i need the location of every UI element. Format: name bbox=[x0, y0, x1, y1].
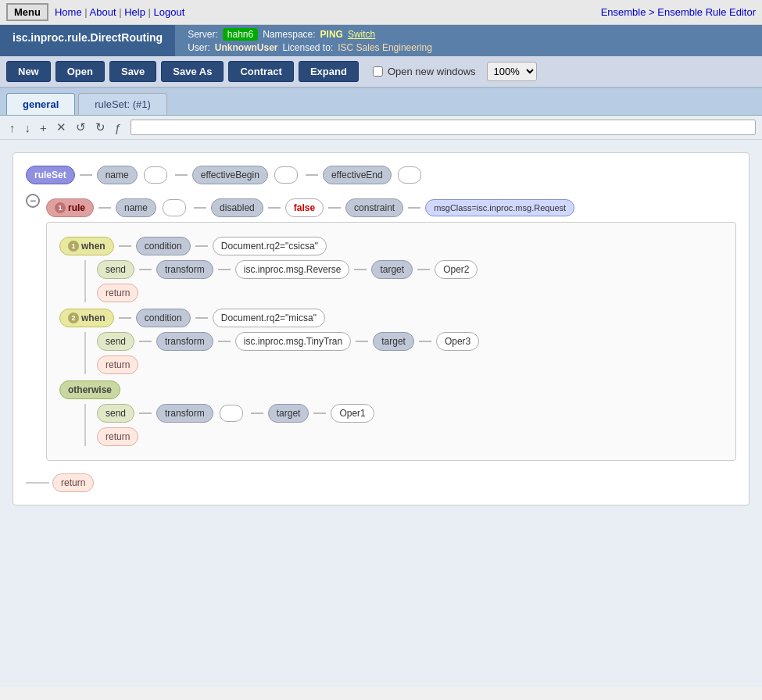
when1-condition-value[interactable]: Document.rq2="csicsa" bbox=[213, 237, 327, 255]
when1-label: when bbox=[81, 241, 106, 252]
rule-name-label[interactable]: name bbox=[116, 198, 156, 217]
otherwise-block: otherwise send transform target bbox=[59, 380, 723, 446]
rule-name-value[interactable] bbox=[163, 199, 186, 216]
when1-target-label[interactable]: target bbox=[371, 260, 413, 279]
when1-return-row: return bbox=[97, 284, 723, 302]
open-button[interactable]: Open bbox=[55, 61, 105, 82]
open-new-windows-label: Open new windows bbox=[388, 66, 476, 77]
otherwise-target-value[interactable]: Oper1 bbox=[331, 404, 374, 423]
licensed-label: Licensed to: bbox=[283, 42, 334, 53]
new-button[interactable]: New bbox=[6, 61, 51, 82]
otherwise-target-label[interactable]: target bbox=[268, 404, 309, 423]
licensed-value: ISC Sales Engineering bbox=[338, 42, 432, 53]
effective-begin-value-node[interactable] bbox=[274, 166, 298, 184]
disabled-label[interactable]: disabled bbox=[211, 198, 263, 217]
collapse-button[interactable]: − bbox=[26, 194, 40, 208]
when1-condition-label[interactable]: condition bbox=[136, 237, 191, 255]
up-button[interactable]: ↑ bbox=[6, 120, 19, 136]
connector-2 bbox=[175, 174, 188, 176]
open-new-windows-area: Open new windows bbox=[373, 66, 476, 77]
namespace-label: Namespace: bbox=[263, 29, 315, 40]
rule-num: 1 bbox=[55, 202, 66, 213]
when1-header: 1 when condition Document.rq2="csicsa" bbox=[59, 237, 723, 255]
diagram-area: ruleSet name effectiveBegin effectiveEnd… bbox=[13, 152, 749, 505]
delete-button[interactable]: ✕ bbox=[53, 119, 70, 136]
name-label-node[interactable]: name bbox=[97, 166, 138, 184]
server-label: Server: bbox=[188, 29, 218, 40]
user-value: UnknownUser bbox=[215, 42, 278, 53]
when2-header: 2 when condition Document.rq2="micsa" bbox=[59, 309, 723, 327]
otherwise-header: otherwise bbox=[59, 380, 723, 399]
disabled-value[interactable]: false bbox=[285, 198, 324, 217]
when2-send-row: send transform isc.inproc.msg.TinyTran t… bbox=[97, 332, 723, 351]
when1-transform-label[interactable]: transform bbox=[156, 260, 213, 279]
toolbar: New Open Save Save As Contract Expand Op… bbox=[0, 56, 762, 88]
otherwise-node[interactable]: otherwise bbox=[59, 380, 120, 399]
nav-help[interactable]: Help bbox=[124, 6, 145, 18]
menu-button[interactable]: Menu bbox=[6, 3, 48, 21]
rule-header-row: 1 rule name disabled false constraint ms… bbox=[46, 198, 736, 217]
when1-send-node[interactable]: send bbox=[97, 260, 134, 279]
constraint-value[interactable]: msgClass=isc.inproc.msg.Request bbox=[425, 199, 574, 216]
ruleset-row: ruleSet name effectiveBegin effectiveEnd bbox=[26, 166, 736, 184]
when2-target-label[interactable]: target bbox=[373, 332, 414, 351]
nav-logout[interactable]: Logout bbox=[154, 6, 185, 18]
open-new-windows-checkbox[interactable] bbox=[373, 66, 383, 77]
when1-target-value[interactable]: Oper2 bbox=[435, 260, 478, 279]
expand-button[interactable]: Expand bbox=[299, 61, 359, 82]
tab-general[interactable]: general bbox=[6, 93, 75, 115]
effective-end-value-node[interactable] bbox=[398, 166, 421, 184]
save-as-button[interactable]: Save As bbox=[161, 61, 224, 82]
redo-button[interactable]: ↻ bbox=[92, 119, 109, 136]
user-label: User: bbox=[188, 42, 210, 53]
when1-children: send transform isc.inproc.msg.Reverse ta… bbox=[84, 260, 723, 302]
when1-block: 1 when condition Document.rq2="csicsa" bbox=[59, 237, 723, 302]
nav-home[interactable]: Home bbox=[55, 6, 82, 18]
save-button[interactable]: Save bbox=[109, 61, 156, 82]
when2-transform-value[interactable]: isc.inproc.msg.TinyTran bbox=[235, 332, 351, 351]
when2-block: 2 when condition Document.rq2="micsa" se… bbox=[59, 309, 723, 374]
title-bar: isc.inproc.rule.DirectRouting Server: ha… bbox=[0, 25, 762, 56]
when1-return-node[interactable]: return bbox=[97, 284, 138, 302]
connector-1 bbox=[80, 174, 92, 176]
zoom-select[interactable]: 100% 75% 125% 150% bbox=[487, 62, 537, 81]
otherwise-send-row: send transform target Oper1 bbox=[97, 404, 723, 423]
rule-node[interactable]: 1 rule bbox=[46, 198, 94, 217]
effective-end-label-node[interactable]: effectiveEnd bbox=[323, 166, 392, 184]
constraint-label[interactable]: constraint bbox=[345, 198, 403, 217]
when2-send-node[interactable]: send bbox=[97, 332, 134, 351]
when1-transform-value[interactable]: isc.inproc.msg.Reverse bbox=[235, 260, 350, 279]
search-input[interactable] bbox=[131, 120, 756, 135]
function-button[interactable]: ƒ bbox=[112, 120, 124, 136]
otherwise-return-node[interactable]: return bbox=[97, 427, 138, 446]
when2-node[interactable]: 2 when bbox=[59, 309, 114, 327]
undo-button[interactable]: ↺ bbox=[73, 119, 89, 136]
when1-num: 1 bbox=[68, 241, 79, 252]
bottom-return-node[interactable]: return bbox=[52, 473, 94, 492]
when1-send-row: send transform isc.inproc.msg.Reverse ta… bbox=[97, 260, 723, 279]
ruleset-node[interactable]: ruleSet bbox=[26, 166, 75, 184]
otherwise-send-node[interactable]: send bbox=[97, 404, 134, 423]
effective-begin-label-node[interactable]: effectiveBegin bbox=[192, 166, 268, 184]
main-content: ruleSet name effectiveBegin effectiveEnd… bbox=[0, 140, 762, 687]
tab-ruleset[interactable]: ruleSet: (#1) bbox=[78, 93, 167, 115]
switch-link[interactable]: Switch bbox=[348, 29, 375, 40]
otherwise-transform-label[interactable]: transform bbox=[156, 404, 213, 423]
add-button[interactable]: + bbox=[37, 120, 50, 136]
otherwise-transform-value[interactable] bbox=[220, 405, 243, 422]
name-value-node[interactable] bbox=[144, 166, 167, 184]
when1-node[interactable]: 1 when bbox=[59, 237, 114, 255]
namespace-value: PING bbox=[320, 29, 343, 40]
nav-about[interactable]: About bbox=[90, 6, 116, 18]
down-button[interactable]: ↓ bbox=[22, 120, 34, 136]
when2-condition-value[interactable]: Document.rq2="micsa" bbox=[213, 309, 325, 327]
when2-label: when bbox=[81, 312, 106, 323]
contract-button[interactable]: Contract bbox=[228, 61, 293, 82]
rule-label: rule bbox=[68, 202, 85, 213]
when2-target-value[interactable]: Oper3 bbox=[436, 332, 479, 351]
when2-condition-label[interactable]: condition bbox=[136, 309, 191, 327]
when2-transform-label[interactable]: transform bbox=[156, 332, 213, 351]
connector-3 bbox=[306, 174, 318, 176]
bottom-return-row: return bbox=[26, 473, 736, 492]
when2-return-node[interactable]: return bbox=[97, 355, 138, 374]
